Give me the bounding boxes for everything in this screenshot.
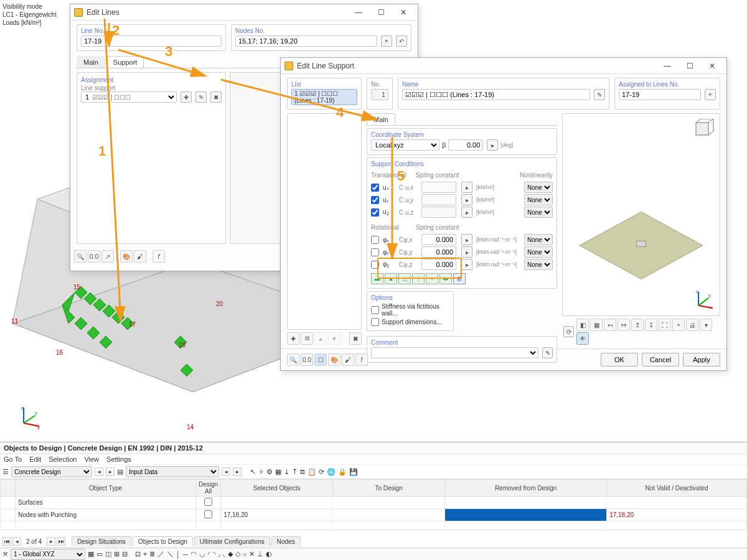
nodes-no-input[interactable] [235, 35, 377, 47]
minimize-button[interactable]: — [348, 6, 369, 19]
zoom-fit-icon[interactable]: ⛶ [659, 319, 671, 331]
sb4-icon[interactable]: ⊞ [114, 550, 120, 558]
uz-nonlin[interactable]: None [524, 207, 553, 218]
menu-edit[interactable]: Edit [29, 455, 41, 463]
tool-import-icon[interactable]: ⤓ [284, 468, 289, 476]
spinner-icon[interactable]: ▸ [461, 194, 472, 205]
category-select[interactable]: Concrete Design [11, 466, 92, 477]
menu-selection[interactable]: Selection [49, 455, 77, 463]
pager-prev-icon[interactable]: ◂ [12, 537, 21, 546]
search-icon[interactable]: 🔍 [74, 250, 87, 263]
script-icon[interactable]: f [153, 250, 165, 263]
tool-pick-icon[interactable]: ↖ [250, 468, 256, 476]
sb-snap-icon[interactable]: ⌖ [143, 550, 147, 558]
sb5-icon[interactable]: ⊟ [122, 550, 128, 558]
arc-tool-icon[interactable]: ◠ [190, 550, 197, 558]
menu-view[interactable]: View [84, 455, 99, 463]
nodes-all-check[interactable] [204, 510, 212, 518]
tool-table-icon[interactable]: ▦ [275, 468, 281, 476]
ux-nonlin[interactable]: None [524, 182, 553, 193]
line-tool-icon[interactable]: ＼ [167, 549, 174, 559]
spinner-icon[interactable]: ▸ [487, 139, 498, 151]
sb-layer-icon[interactable]: ≣ [149, 550, 155, 558]
tab-main[interactable]: Main [367, 113, 395, 125]
script-icon[interactable]: f [355, 353, 368, 366]
apply-button[interactable]: Apply [683, 353, 720, 366]
view-front-icon[interactable]: ↧ [645, 319, 657, 331]
cancel-button[interactable]: Cancel [642, 353, 679, 366]
search-icon[interactable]: 🔍 [287, 353, 299, 366]
preview-sync-icon[interactable]: ⟳ [563, 326, 574, 337]
spinner-icon[interactable]: ▸ [461, 234, 472, 245]
phix-nonlin[interactable]: None [524, 234, 553, 245]
spinner-icon[interactable]: ▸ [461, 207, 472, 218]
snap-endpoint-icon[interactable]: ◆ [228, 550, 233, 558]
uz-check[interactable] [371, 208, 379, 217]
minimize-button[interactable]: — [657, 60, 678, 72]
view-left-icon[interactable]: ↤ [604, 319, 616, 331]
dup-item-icon[interactable]: ⧉ [301, 332, 313, 345]
list-item[interactable]: 1 ☑☑☑ | ☐☐☐ (Lines : 17-19) [291, 89, 357, 105]
design-table[interactable]: Object Type Design All Selected Objects … [0, 479, 747, 530]
line-tool-icon[interactable]: ─ [183, 551, 188, 558]
maximize-button[interactable]: ☐ [370, 6, 392, 19]
tool-lock-icon[interactable]: 🔒 [338, 468, 347, 476]
view-right-icon[interactable]: ↦ [618, 319, 630, 331]
color-icon[interactable]: 🎨 [328, 353, 341, 366]
data-next-icon[interactable]: ▸ [233, 467, 242, 476]
arc-tool-icon[interactable]: ◟ [223, 550, 225, 558]
tab-support[interactable]: Support [106, 56, 144, 68]
removed-cell[interactable] [445, 509, 607, 521]
units-icon[interactable]: 0.0 [88, 250, 100, 263]
snap-intersect-icon[interactable]: ✕ [249, 550, 255, 558]
close-button[interactable]: ✕ [702, 60, 723, 72]
spinner-icon[interactable]: ▸ [461, 246, 472, 258]
spinner-icon[interactable]: ▸ [461, 259, 472, 270]
ok-button[interactable]: OK [601, 353, 638, 366]
pick-nodes-icon[interactable]: ⌖ [381, 35, 392, 47]
tab-objects-to-design[interactable]: Objects to Design [133, 536, 193, 546]
opt-stiffness-check[interactable] [371, 306, 379, 314]
snap-tangent-icon[interactable]: ◐ [266, 550, 272, 558]
line-no-input[interactable] [81, 35, 222, 47]
line-tool-icon[interactable]: │ [176, 551, 181, 558]
coord-sys-select[interactable]: Local xyz [371, 139, 439, 151]
brush-icon[interactable]: 🖌 [134, 250, 146, 263]
view-grid-icon[interactable]: ▦ [590, 319, 603, 331]
pick-lines-icon[interactable]: ⌖ [705, 89, 716, 100]
zoom-in-icon[interactable]: ＋ [672, 319, 685, 331]
tree-icon[interactable]: ☰ [2, 468, 9, 476]
uy-nonlin[interactable]: None [524, 194, 553, 205]
tool-export-icon[interactable]: ⤒ [292, 468, 298, 476]
new-support-icon[interactable]: ✚ [181, 91, 192, 103]
close-button[interactable]: ✕ [393, 6, 414, 19]
edit-support-icon[interactable]: ✎ [195, 91, 207, 103]
tab-ultimate[interactable]: Ultimate Configurations [194, 536, 270, 546]
comment-input[interactable] [371, 347, 538, 358]
view-top-icon[interactable]: ↥ [631, 319, 644, 331]
new-item-icon[interactable]: ✚ [287, 332, 299, 345]
tool-globe-icon[interactable]: 🌐 [327, 468, 336, 476]
phiz-nonlin[interactable]: None [524, 259, 553, 270]
edit-name-icon[interactable]: ✎ [594, 89, 605, 100]
ux-check[interactable] [371, 184, 379, 192]
brush-icon[interactable]: 🖌 [342, 353, 354, 366]
sb2-icon[interactable]: ▭ [96, 550, 103, 558]
snap-mid-icon[interactable]: ◇ [235, 550, 240, 558]
tool-copy-icon[interactable]: ⧉ [300, 468, 305, 476]
edit-lines-titlebar[interactable]: Edit Lines — ☐ ✕ [70, 4, 418, 21]
tool-refresh-icon[interactable]: ⟳ [319, 468, 324, 476]
opt-dimensions-check[interactable] [371, 318, 379, 326]
arc-tool-icon[interactable]: ◡ [199, 550, 205, 558]
cat-prev-icon[interactable]: ◂ [95, 467, 103, 476]
assigned-input[interactable] [619, 89, 701, 100]
spinner-icon[interactable]: ▸ [461, 182, 472, 193]
input-data-select[interactable]: Input Data [126, 466, 219, 477]
tool-save-icon[interactable]: 💾 [349, 468, 358, 476]
pager-last-icon[interactable]: ⏭ [57, 537, 65, 546]
phiy-nonlin[interactable]: None [524, 246, 553, 258]
pager-first-icon[interactable]: ⏮ [2, 537, 11, 546]
tool-filter-icon[interactable]: ⚙ [266, 468, 273, 476]
sb-grid-icon[interactable]: ⊡ [135, 550, 141, 558]
uy-check[interactable] [371, 196, 379, 204]
